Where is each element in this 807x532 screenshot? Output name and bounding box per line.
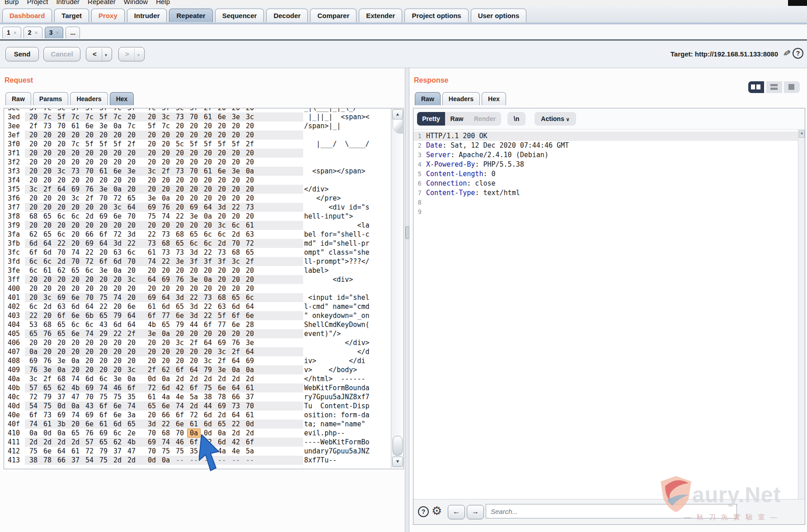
hex-byte[interactable]: 69 (215, 401, 229, 411)
tab-sequencer[interactable]: Sequencer (215, 9, 264, 22)
hex-byte[interactable]: 29 (97, 329, 110, 338)
hex-byte[interactable]: 20 (201, 347, 215, 356)
hex-byte[interactable]: 20 (97, 176, 110, 185)
view-mode-render[interactable]: Render (469, 112, 501, 126)
hex-byte[interactable]: 6d (201, 411, 215, 420)
hex-byte[interactable]: 69 (83, 383, 96, 392)
hex-byte[interactable]: 47 (69, 392, 82, 401)
hex-byte[interactable]: 20 (229, 284, 243, 293)
hex-byte[interactable]: 0a (125, 374, 138, 383)
hex-byte[interactable]: 68 (229, 248, 243, 257)
hex-byte[interactable]: 0a (111, 266, 124, 275)
hex-byte[interactable]: 7c (111, 108, 124, 112)
hex-byte[interactable]: 0a (201, 275, 215, 284)
hex-byte[interactable]: 20 (229, 176, 243, 185)
hex-byte[interactable]: 65 (69, 266, 82, 275)
hex-byte[interactable]: 3a (125, 411, 138, 420)
hex-byte[interactable]: 20 (229, 158, 243, 167)
hex-byte[interactable]: 73 (69, 167, 82, 176)
hex-byte[interactable]: 69 (55, 411, 68, 420)
hex-byte[interactable]: 78 (41, 456, 54, 465)
hex-byte[interactable]: 6c (229, 221, 243, 230)
hex-byte[interactable]: 64 (125, 203, 138, 212)
hex-byte[interactable]: 20 (55, 203, 68, 212)
hex-byte[interactable]: 20 (55, 140, 68, 149)
hex-byte[interactable]: 6f (27, 248, 40, 257)
hex-byte[interactable]: 75 (111, 392, 124, 401)
hex-byte[interactable]: 20 (215, 149, 229, 158)
hex-byte[interactable]: 3c (229, 257, 243, 266)
hex-byte[interactable]: 20 (173, 347, 187, 356)
hex-byte[interactable]: 22 (145, 230, 159, 239)
hex-byte[interactable]: 20 (229, 121, 243, 131)
hex-byte[interactable]: 2f (27, 121, 40, 131)
hex-byte[interactable]: 6e (229, 320, 243, 329)
hex-byte[interactable]: 7c (125, 121, 138, 131)
hex-byte[interactable]: 4a (159, 392, 173, 401)
hex-byte[interactable]: 3c (201, 356, 215, 365)
hex-byte[interactable]: 20 (187, 121, 201, 131)
hex-byte[interactable]: 6c (125, 248, 138, 257)
hex-byte[interactable]: 20 (125, 284, 138, 293)
hex-byte[interactable]: 73 (41, 121, 54, 131)
hex-byte[interactable]: 20 (145, 411, 159, 420)
hex-byte[interactable]: 20 (27, 140, 40, 149)
hex-byte[interactable]: 20 (229, 194, 243, 203)
hex-byte[interactable]: 3c (69, 194, 82, 203)
close-icon[interactable]: × (56, 30, 59, 36)
hex-byte[interactable]: 54 (27, 401, 40, 411)
view-mode-pretty[interactable]: Pretty (417, 112, 445, 126)
hex-byte[interactable]: 65 (187, 230, 201, 239)
request-hex-view[interactable]: 3ec5f7c5c5f5f5f7c5f7c5f5c5f2f202020_|\__… (4, 108, 404, 469)
hex-byte[interactable]: 2f (125, 329, 138, 338)
hex-byte[interactable]: 20 (173, 176, 187, 185)
hex-byte[interactable]: 2d (111, 456, 124, 465)
hex-byte[interactable]: 20 (125, 131, 138, 140)
search-back-button[interactable]: ← (448, 505, 465, 519)
hex-byte[interactable]: 20 (229, 266, 243, 275)
response-tab-raw[interactable]: Raw (415, 92, 441, 105)
hex-byte[interactable]: 74 (173, 401, 187, 411)
hex-byte[interactable]: 20 (55, 149, 68, 158)
hex-byte[interactable]: 3d (125, 230, 138, 239)
hex-byte[interactable]: 3c (215, 221, 229, 230)
hex-byte[interactable]: 20 (229, 329, 243, 338)
tab-repeater[interactable]: Repeater (169, 9, 212, 22)
hex-byte[interactable]: 65 (97, 438, 110, 447)
hex-byte[interactable]: 20 (145, 112, 159, 121)
hex-byte[interactable]: 65 (41, 230, 54, 239)
hex-byte[interactable]: 3e (215, 365, 229, 374)
hex-byte[interactable]: 3c (27, 374, 40, 383)
response-scrollbar[interactable]: ▲ (798, 130, 805, 499)
hex-byte[interactable]: 68 (55, 374, 68, 383)
hex-byte[interactable]: 20 (159, 185, 173, 194)
hex-byte[interactable]: 20 (111, 347, 124, 356)
hex-byte[interactable]: -- (173, 456, 187, 465)
hex-byte[interactable]: 5a (187, 392, 201, 401)
hex-byte[interactable]: 5f (229, 140, 243, 149)
hex-byte[interactable]: 65 (215, 420, 229, 429)
hex-byte[interactable]: 20 (187, 176, 201, 185)
hex-byte[interactable]: 64 (201, 203, 215, 212)
hex-byte[interactable]: 3c (111, 203, 124, 212)
request-scrollbar[interactable]: ▲ ▼ (391, 108, 404, 468)
hex-byte[interactable]: 64 (201, 338, 215, 347)
hex-byte[interactable]: 6c (55, 230, 68, 239)
hex-byte[interactable]: 6f (125, 383, 138, 392)
search-forward-button[interactable]: → (467, 505, 484, 519)
hex-byte[interactable]: 20 (215, 266, 229, 275)
hex-byte[interactable]: 74 (69, 248, 82, 257)
hex-byte[interactable]: 72 (83, 447, 96, 456)
hex-byte[interactable]: 2f (83, 194, 96, 203)
hex-byte[interactable]: 0a (159, 374, 173, 383)
tab-user-options[interactable]: User options (471, 9, 527, 22)
hex-byte[interactable]: 3d (187, 248, 201, 257)
hex-byte[interactable]: 20 (83, 131, 96, 140)
hex-byte[interactable]: 20 (173, 356, 187, 365)
hex-byte[interactable]: 20 (111, 149, 124, 158)
hex-byte[interactable]: 20 (41, 131, 54, 140)
hex-byte[interactable]: 2d (229, 429, 243, 438)
hex-byte[interactable]: 20 (173, 185, 187, 194)
hex-byte[interactable]: 3e (229, 167, 243, 176)
hex-byte[interactable]: 6d (159, 383, 173, 392)
